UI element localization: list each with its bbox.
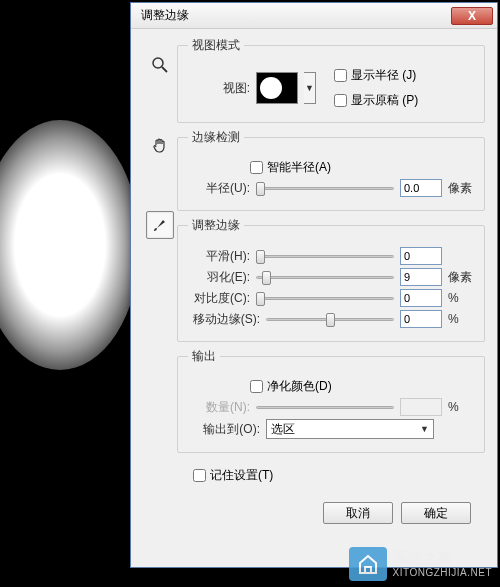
shift-input[interactable] [400, 310, 442, 328]
edge-detection-group: 边缘检测 智能半径(A) 半径(U): 像素 [177, 129, 485, 211]
zoom-tool[interactable] [146, 51, 174, 79]
show-radius-label: 显示半径 (J) [351, 67, 416, 84]
view-mode-group: 视图模式 视图: ▼ 显示半径 (J) 显示原稿 (P) [177, 37, 485, 123]
watermark-url: XITONGZHIJIA.NET [393, 567, 493, 578]
hand-icon [151, 136, 169, 154]
dialog-title: 调整边缘 [141, 7, 189, 24]
decontaminate-label: 净化颜色(D) [267, 378, 332, 395]
remember-label: 记住设置(T) [210, 467, 273, 484]
view-dropdown[interactable]: ▼ [304, 72, 316, 104]
contrast-unit: % [448, 291, 474, 305]
output-to-value: 选区 [271, 421, 295, 438]
radius-label: 半径(U): [188, 180, 250, 197]
titlebar: 调整边缘 X [131, 3, 497, 29]
tool-column [143, 37, 177, 524]
show-radius-input[interactable] [334, 69, 347, 82]
button-row: 取消 确定 [177, 502, 471, 524]
show-radius-checkbox[interactable]: 显示半径 (J) [334, 67, 418, 84]
decontaminate-input[interactable] [250, 380, 263, 393]
contrast-slider[interactable] [256, 289, 394, 307]
amount-slider [256, 398, 394, 416]
radius-slider[interactable] [256, 179, 394, 197]
view-label: 视图: [188, 80, 250, 97]
amount-unit: % [448, 400, 474, 414]
show-original-label: 显示原稿 (P) [351, 92, 418, 109]
feather-unit: 像素 [448, 269, 474, 286]
watermark-icon [349, 547, 387, 581]
contrast-label: 对比度(C): [188, 290, 250, 307]
edge-detection-legend: 边缘检测 [188, 129, 244, 146]
preview-blob [0, 120, 140, 370]
output-to-select[interactable]: 选区 ▼ [266, 419, 434, 439]
feather-slider[interactable] [256, 268, 394, 286]
output-to-label: 输出到(O): [188, 421, 260, 438]
magnifier-icon [151, 56, 169, 74]
decontaminate-checkbox[interactable]: 净化颜色(D) [250, 378, 332, 395]
output-legend: 输出 [188, 348, 220, 365]
smart-radius-label: 智能半径(A) [267, 159, 331, 176]
shift-slider[interactable] [266, 310, 394, 328]
remember-input[interactable] [193, 469, 206, 482]
brush-icon [151, 216, 169, 234]
chevron-down-icon: ▼ [420, 424, 429, 434]
show-original-input[interactable] [334, 94, 347, 107]
smooth-input[interactable] [400, 247, 442, 265]
view-mode-legend: 视图模式 [188, 37, 244, 54]
smart-radius-input[interactable] [250, 161, 263, 174]
svg-point-0 [153, 58, 163, 68]
hand-tool[interactable] [146, 131, 174, 159]
smart-radius-checkbox[interactable]: 智能半径(A) [250, 159, 331, 176]
remember-checkbox[interactable]: 记住设置(T) [193, 467, 485, 484]
view-swatch[interactable] [256, 72, 298, 104]
shift-unit: % [448, 312, 474, 326]
close-button[interactable]: X [451, 7, 493, 25]
brush-tool[interactable] [146, 211, 174, 239]
svg-line-1 [162, 67, 167, 72]
smooth-label: 平滑(H): [188, 248, 250, 265]
smooth-slider[interactable] [256, 247, 394, 265]
close-icon: X [468, 9, 476, 23]
watermark-title: 系统之家 [393, 550, 493, 567]
amount-label: 数量(N): [188, 399, 250, 416]
ok-button[interactable]: 确定 [401, 502, 471, 524]
radius-unit: 像素 [448, 180, 474, 197]
feather-label: 羽化(E): [188, 269, 250, 286]
refine-edge-dialog: 调整边缘 X 视图模式 视图: ▼ [130, 2, 498, 568]
canvas-background [0, 0, 130, 587]
feather-input[interactable] [400, 268, 442, 286]
contrast-input[interactable] [400, 289, 442, 307]
chevron-down-icon: ▼ [305, 83, 314, 93]
amount-input [400, 398, 442, 416]
shift-label: 移动边缘(S): [188, 311, 260, 328]
watermark: 系统之家 XITONGZHIJIA.NET [349, 547, 493, 581]
radius-input[interactable] [400, 179, 442, 197]
adjust-edge-group: 调整边缘 平滑(H): 羽化(E): 像素 对比度(C): [177, 217, 485, 342]
show-original-checkbox[interactable]: 显示原稿 (P) [334, 92, 418, 109]
adjust-edge-legend: 调整边缘 [188, 217, 244, 234]
output-group: 输出 净化颜色(D) 数量(N): % 输出到(O): 选区 [177, 348, 485, 453]
cancel-button[interactable]: 取消 [323, 502, 393, 524]
